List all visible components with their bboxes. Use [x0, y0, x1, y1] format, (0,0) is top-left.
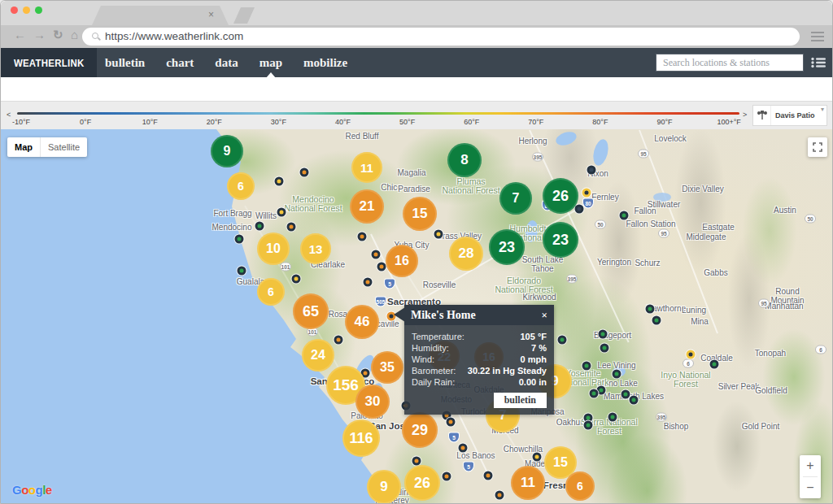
station-marker[interactable] [621, 390, 630, 399]
map-label: Mina [691, 317, 709, 326]
station-search-input[interactable] [656, 54, 804, 72]
station-marker[interactable] [275, 177, 284, 186]
station-marker[interactable] [255, 222, 264, 231]
home-icon[interactable]: ⌂ [71, 28, 78, 41]
map-type-map-button[interactable]: Map [7, 142, 40, 152]
station-marker[interactable] [443, 472, 451, 481]
station-marker[interactable] [364, 278, 373, 287]
zoom-in-button[interactable]: + [800, 455, 821, 476]
cluster-marker[interactable]: 65 [293, 293, 329, 329]
window-maximize-button[interactable] [35, 7, 42, 14]
station-marker[interactable] [533, 453, 542, 462]
station-marker[interactable] [300, 168, 309, 177]
forward-icon[interactable]: → [33, 28, 46, 41]
cluster-marker[interactable]: 30 [355, 385, 390, 419]
cluster-marker[interactable]: 6 [227, 172, 255, 200]
station-marker[interactable] [277, 208, 286, 217]
station-marker[interactable] [687, 350, 696, 359]
station-marker[interactable] [630, 396, 639, 405]
browser-menu-icon[interactable] [811, 32, 824, 41]
station-list-icon[interactable] [811, 57, 826, 68]
station-marker[interactable] [358, 232, 367, 241]
cluster-marker[interactable]: 29 [402, 412, 438, 448]
nav-item-data[interactable]: data [215, 56, 238, 70]
cluster-marker[interactable]: 116 [342, 419, 380, 457]
map-canvas[interactable]: Red BluffMagaliaChicoParadiseFort BraggW… [1, 129, 833, 504]
station-marker[interactable] [620, 211, 629, 220]
cluster-marker[interactable]: 23 [489, 229, 525, 265]
cluster-marker[interactable]: 11 [511, 466, 545, 500]
cluster-marker[interactable]: 6 [565, 471, 595, 501]
station-marker[interactable] [484, 471, 493, 480]
browser-tab[interactable]: × [92, 6, 229, 25]
station-marker[interactable] [608, 413, 617, 422]
cluster-marker[interactable]: 9 [211, 135, 243, 167]
station-marker[interactable] [590, 389, 599, 398]
station-marker[interactable] [235, 235, 244, 244]
station-marker[interactable] [587, 166, 596, 175]
cluster-marker[interactable]: 26 [543, 178, 578, 214]
scale-next-arrow[interactable]: > [743, 111, 747, 119]
bulletin-button[interactable]: bulletin [494, 393, 547, 408]
map-type-satellite-button[interactable]: Satellite [41, 142, 87, 152]
station-marker[interactable] [238, 267, 246, 276]
station-marker[interactable] [600, 344, 609, 353]
cluster-marker[interactable]: 6 [257, 278, 285, 306]
cluster-marker[interactable]: 46 [345, 305, 379, 339]
cluster-marker[interactable]: 23 [543, 222, 578, 258]
google-logo[interactable]: Google [12, 483, 52, 497]
window-close-button[interactable] [11, 7, 18, 14]
reload-icon[interactable]: ↻ [53, 28, 63, 42]
nav-item-mobilize[interactable]: mobilize [303, 56, 347, 70]
station-marker[interactable] [447, 418, 456, 427]
cluster-marker[interactable]: 35 [371, 351, 403, 384]
station-marker[interactable] [434, 230, 443, 239]
cluster-marker[interactable]: 9 [367, 470, 401, 504]
scale-prev-arrow[interactable]: < [7, 111, 11, 119]
station-marker[interactable] [412, 457, 421, 466]
cluster-marker[interactable]: 13 [300, 233, 331, 264]
nav-item-bulletin[interactable]: bulletin [105, 56, 145, 70]
station-marker[interactable] [372, 250, 381, 259]
station-marker[interactable] [613, 370, 621, 379]
cluster-marker[interactable]: 15 [403, 197, 437, 231]
map-label: Schurz [635, 259, 660, 267]
zoom-out-button[interactable]: − [800, 477, 821, 498]
back-icon[interactable]: ← [14, 28, 26, 41]
station-marker[interactable] [646, 305, 655, 314]
cluster-marker[interactable]: 28 [449, 237, 483, 271]
cluster-marker[interactable]: 11 [351, 152, 382, 183]
fullscreen-button[interactable] [808, 137, 827, 157]
cluster-marker[interactable]: 7 [499, 182, 532, 215]
weatherlink-logo[interactable]: WEATHERLINK [1, 48, 97, 77]
cluster-marker[interactable]: 8 [447, 143, 482, 177]
cluster-marker[interactable]: 24 [302, 339, 334, 371]
station-marker[interactable] [584, 421, 593, 430]
station-marker[interactable] [582, 189, 591, 198]
station-marker[interactable] [292, 275, 301, 284]
popup-close-icon[interactable]: × [542, 309, 547, 322]
station-marker[interactable] [334, 336, 343, 345]
tab-close-icon[interactable]: × [208, 9, 214, 20]
station-marker[interactable] [575, 205, 584, 214]
station-marker[interactable] [558, 336, 567, 345]
window-minimize-button[interactable] [23, 7, 30, 14]
station-marker[interactable] [710, 360, 719, 369]
cluster-marker[interactable]: 26 [404, 465, 440, 501]
cluster-marker[interactable]: 10 [257, 232, 290, 265]
cluster-marker[interactable]: 16 [386, 245, 418, 277]
station-marker[interactable] [599, 330, 608, 339]
cluster-marker[interactable]: 21 [350, 189, 384, 224]
station-marker[interactable] [377, 263, 386, 272]
new-tab-button[interactable] [233, 7, 255, 24]
station-marker[interactable] [495, 491, 504, 500]
station-marker[interactable] [459, 444, 468, 453]
address-bar[interactable]: https://www.weatherlink.com [82, 28, 800, 46]
station-marker[interactable] [287, 223, 296, 232]
nav-item-map[interactable]: map [259, 56, 282, 70]
station-marker[interactable] [582, 362, 591, 371]
url-text[interactable]: https://www.weatherlink.com [105, 30, 243, 42]
nav-item-chart[interactable]: chart [166, 56, 194, 70]
station-selector-dropdown[interactable]: Davis Patio ▾ [752, 105, 827, 126]
station-marker[interactable] [652, 316, 661, 325]
